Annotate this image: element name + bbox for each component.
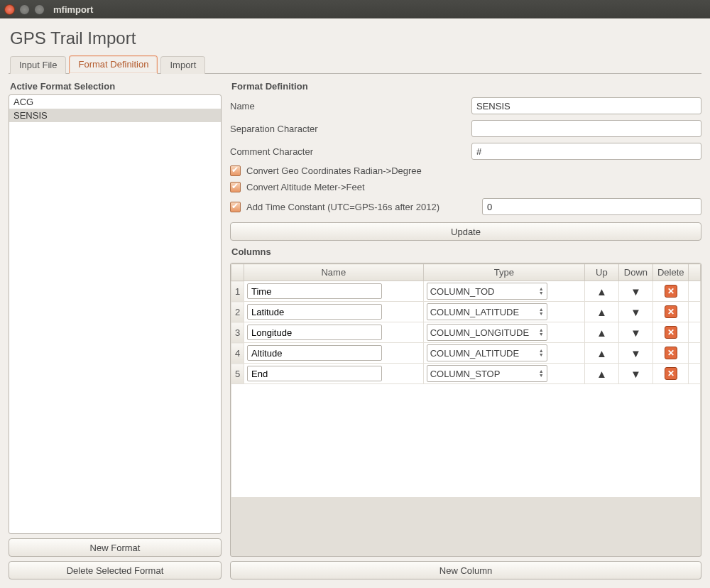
move-up-icon[interactable]: ▲ <box>596 347 607 359</box>
delete-format-button[interactable]: Delete Selected Format <box>9 561 222 579</box>
column-type-value: COLUMN_ALTITUDE <box>430 348 519 359</box>
column-row: 2COLUMN_LATITUDE▲▼▲▼✕ <box>231 302 701 322</box>
window-maximize-icon[interactable] <box>34 4 45 15</box>
add-time-constant-label: Add Time Constant (UTC=GPS-16s after 201… <box>246 202 476 212</box>
delete-icon[interactable]: ✕ <box>665 305 677 318</box>
update-button[interactable]: Update <box>230 222 701 241</box>
row-number: 3 <box>231 322 244 343</box>
columns-heading: Columns <box>231 246 701 257</box>
column-name-input[interactable] <box>247 325 382 340</box>
spinner-icon: ▲▼ <box>535 369 544 378</box>
format-item-acg[interactable]: ACG <box>9 95 221 109</box>
column-type-value: COLUMN_STOP <box>430 369 501 379</box>
column-type-value: COLUMN_TOD <box>430 286 495 297</box>
column-type-value: COLUMN_LONGITUDE <box>430 327 529 338</box>
comment-input[interactable] <box>471 143 701 160</box>
convert-altitude-label: Convert Altitude Meter->Feet <box>246 182 365 192</box>
window-title: mfimport <box>53 4 93 15</box>
column-row: 3COLUMN_LONGITUDE▲▼▲▼✕ <box>231 322 701 343</box>
convert-coords-label: Convert Geo Coordinates Radian->Degree <box>246 165 422 176</box>
spinner-icon: ▲▼ <box>535 328 544 337</box>
row-number: 2 <box>231 302 244 322</box>
new-format-button[interactable]: New Format <box>9 538 222 557</box>
window-close-icon[interactable] <box>4 4 15 15</box>
column-type-select[interactable]: COLUMN_LATITUDE▲▼ <box>427 303 547 320</box>
time-constant-input[interactable] <box>482 198 701 215</box>
column-name-input[interactable] <box>247 283 382 299</box>
name-input[interactable] <box>471 97 701 114</box>
row-number: 1 <box>231 281 244 302</box>
separation-label: Separation Character <box>230 124 471 134</box>
column-type-select[interactable]: COLUMN_TOD▲▼ <box>427 283 547 300</box>
format-definition-heading: Format Definition <box>231 81 701 92</box>
col-header-up: Up <box>584 264 618 281</box>
column-name-input[interactable] <box>247 366 382 381</box>
separation-input[interactable] <box>471 120 701 137</box>
column-row: 1COLUMN_TOD▲▼▲▼✕ <box>231 281 701 302</box>
move-down-icon[interactable]: ▼ <box>630 306 641 318</box>
delete-icon[interactable]: ✕ <box>665 367 677 380</box>
move-down-icon[interactable]: ▼ <box>630 327 641 339</box>
delete-icon[interactable]: ✕ <box>665 347 677 359</box>
column-type-select[interactable]: COLUMN_ALTITUDE▲▼ <box>427 344 547 361</box>
spinner-icon: ▲▼ <box>535 349 544 357</box>
tab-format-definition[interactable]: Format Definition <box>69 55 158 74</box>
tab-input-file[interactable]: Input File <box>10 56 66 74</box>
row-number: 5 <box>231 364 244 384</box>
col-header-name: Name <box>244 264 424 281</box>
move-up-icon[interactable]: ▲ <box>596 368 607 380</box>
column-row: 5COLUMN_STOP▲▼▲▼✕ <box>231 364 701 384</box>
delete-icon[interactable]: ✕ <box>665 326 677 339</box>
col-header-pad <box>689 264 701 281</box>
delete-icon[interactable]: ✕ <box>665 285 677 298</box>
column-name-input[interactable] <box>247 345 382 361</box>
window-titlebar: mfimport <box>0 0 710 18</box>
comment-label: Comment Character <box>230 146 471 157</box>
format-list[interactable]: ACGSENSIS <box>9 94 222 534</box>
column-type-value: COLUMN_LATITUDE <box>430 307 519 317</box>
name-label: Name <box>230 101 471 111</box>
move-down-icon[interactable]: ▼ <box>630 368 641 380</box>
column-name-input[interactable] <box>247 304 382 320</box>
column-type-select[interactable]: COLUMN_LONGITUDE▲▼ <box>427 324 547 341</box>
col-header-num <box>231 264 244 281</box>
columns-table: Name Type Up Down Delete 1COLUMN_TOD▲▼▲▼… <box>231 263 701 498</box>
add-time-constant-checkbox[interactable] <box>230 202 241 212</box>
move-down-icon[interactable]: ▼ <box>630 347 641 359</box>
col-header-down: Down <box>618 264 652 281</box>
row-number: 4 <box>231 343 244 364</box>
new-column-button[interactable]: New Column <box>230 561 701 579</box>
page-title: GPS Trail Import <box>10 28 701 48</box>
col-header-delete: Delete <box>652 264 689 281</box>
convert-coords-checkbox[interactable] <box>230 165 241 176</box>
move-up-icon[interactable]: ▲ <box>596 285 607 298</box>
column-row: 4COLUMN_ALTITUDE▲▼▲▼✕ <box>231 343 701 364</box>
window-minimize-icon[interactable] <box>19 4 30 15</box>
move-up-icon[interactable]: ▲ <box>596 306 607 318</box>
format-selection-heading: Active Format Selection <box>10 81 222 92</box>
tabbar: Input FileFormat DefinitionImport <box>9 55 701 74</box>
column-type-select[interactable]: COLUMN_STOP▲▼ <box>427 365 547 382</box>
move-up-icon[interactable]: ▲ <box>596 327 607 339</box>
format-item-sensis[interactable]: SENSIS <box>9 109 221 122</box>
spinner-icon: ▲▼ <box>535 287 544 295</box>
tab-import[interactable]: Import <box>160 56 205 74</box>
col-header-type: Type <box>423 264 584 281</box>
convert-altitude-checkbox[interactable] <box>230 182 241 192</box>
spinner-icon: ▲▼ <box>535 307 544 316</box>
move-down-icon[interactable]: ▼ <box>630 285 641 298</box>
